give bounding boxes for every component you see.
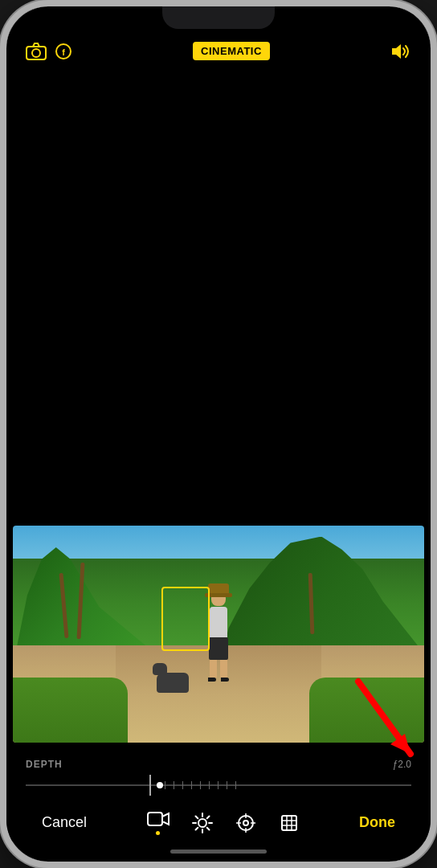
person: [208, 590, 229, 682]
slider-center-line: [149, 775, 151, 796]
svg-point-1: [32, 49, 40, 57]
speaker-icon[interactable]: [390, 43, 411, 60]
person-leg-right: [220, 660, 227, 678]
crop-tool[interactable]: [279, 813, 300, 833]
photo-container: [6, 526, 431, 743]
cancel-button[interactable]: Cancel: [42, 814, 87, 831]
tracking-tool[interactable]: [235, 813, 256, 833]
phone-notch: [162, 6, 275, 29]
tick-6: [209, 781, 210, 789]
person-foot-left: [208, 678, 216, 682]
slider-track: [26, 784, 411, 786]
done-button[interactable]: Done: [359, 814, 395, 831]
person-shorts: [209, 637, 228, 660]
svg-point-19: [243, 821, 248, 825]
person-legs: [210, 660, 227, 678]
svg-line-14: [195, 816, 198, 818]
tick-1: [165, 781, 165, 789]
dog: [157, 673, 189, 693]
top-bar-left: f: [26, 43, 72, 60]
depth-value: ƒ2.0: [393, 759, 411, 770]
person-leg-left: [210, 660, 217, 678]
bottom-area: DEPTH ƒ2.0: [6, 743, 431, 841]
app-content: f CINEMATIC: [6, 6, 431, 862]
video-camera-tool[interactable]: [147, 810, 169, 835]
dog-body: [157, 673, 189, 693]
person-body: [210, 607, 227, 637]
camera-icon[interactable]: [26, 43, 47, 60]
svg-line-17: [195, 827, 198, 829]
tick-3: [182, 781, 183, 789]
svg-rect-24: [282, 816, 296, 830]
home-indicator: [170, 850, 267, 854]
photo-frame: [13, 526, 424, 743]
crop-icon: [279, 813, 300, 833]
tick-5: [200, 781, 201, 789]
slider-ticks: [165, 781, 411, 789]
tick-2: [174, 781, 174, 789]
svg-text:f: f: [62, 47, 65, 57]
slider-dot: [157, 782, 163, 788]
aperture-icon[interactable]: f: [55, 43, 72, 60]
exposure-tool[interactable]: [192, 813, 213, 833]
tick-8: [227, 781, 227, 789]
svg-rect-7: [148, 813, 162, 825]
svg-marker-8: [162, 813, 169, 825]
bottom-toolbar: Cancel: [26, 804, 411, 835]
dog-head: [153, 663, 167, 675]
top-bar: f CINEMATIC: [6, 31, 431, 68]
video-camera-dot: [156, 831, 160, 835]
svg-line-16: [206, 816, 209, 818]
grass-left: [13, 678, 128, 743]
tick-9: [235, 781, 236, 789]
toolbar-center-icons: [147, 810, 300, 835]
depth-label: DEPTH: [26, 759, 63, 770]
person-head: [211, 590, 226, 606]
person-hat: [208, 583, 229, 595]
grass-right: [309, 678, 424, 743]
svg-line-15: [206, 827, 209, 829]
focus-box: [161, 587, 210, 651]
tick-7: [218, 781, 218, 789]
target-icon: [235, 813, 256, 833]
svg-marker-4: [392, 44, 401, 59]
phone-frame: f CINEMATIC: [0, 0, 437, 868]
tick-4: [191, 781, 192, 789]
black-space-top: [6, 68, 431, 526]
depth-row: DEPTH ƒ2.0: [26, 743, 411, 773]
depth-slider[interactable]: [26, 773, 411, 797]
cinematic-badge: CINEMATIC: [193, 42, 270, 60]
exposure-icon: [192, 813, 213, 833]
person-foot-right: [221, 678, 229, 682]
svg-point-9: [198, 819, 206, 827]
video-camera-icon: [147, 810, 169, 828]
photo-scene: [13, 526, 424, 743]
person-feet: [208, 678, 229, 682]
